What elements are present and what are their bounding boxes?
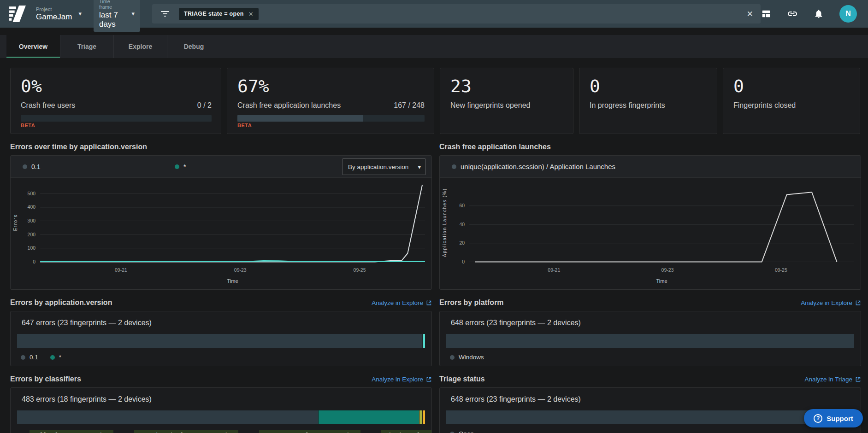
legend-label: unique(application.session) / Applicatio… — [461, 163, 615, 170]
filter-chip-remove-icon[interactable]: ✕ — [248, 11, 254, 18]
svg-text:500: 500 — [28, 191, 36, 196]
svg-text:Errors: Errors — [13, 214, 18, 231]
filter-chip-label: TRIAGE state = open — [184, 11, 244, 17]
chart-legend: unique(application.session) / Applicatio… — [440, 156, 861, 178]
crash-free-launches-chart: 020406009-2109-2309-25TimeApplication La… — [440, 178, 861, 290]
legend-item: Open — [450, 430, 474, 433]
bar-segment[interactable] — [319, 410, 419, 424]
bar-segment[interactable] — [446, 334, 854, 348]
breakdown-summary: 483 errors (18 fingerprints — 2 devices) — [17, 395, 425, 404]
svg-text:60: 60 — [459, 203, 465, 208]
filter-funnel-icon[interactable] — [159, 8, 171, 19]
chart-area: 020406009-2109-2309-25TimeApplication La… — [440, 178, 861, 290]
svg-text:0: 0 — [33, 259, 35, 264]
legend-item: 0.1 — [23, 163, 175, 170]
tab-overview[interactable]: Overview — [6, 35, 60, 58]
analyze-in-explore-link[interactable]: Analyze in Explore — [372, 376, 432, 383]
chevron-down-icon: ▾ — [418, 164, 421, 170]
section-title: Errors by application.version — [10, 298, 112, 307]
stat-cards-row: 0% Crash free users 0 / 2 BETA 67% Crash… — [0, 58, 868, 134]
bar-segment[interactable] — [419, 410, 422, 424]
stat-label: New fingerprints opened — [450, 101, 530, 110]
svg-text:Time: Time — [656, 279, 667, 284]
chart-legend: 0.1 * By application.version ▾ — [11, 156, 431, 178]
main-tabs: Overview Triage Explore Debug — [0, 35, 868, 58]
timeframe-select[interactable]: Time frame last 7 days ▾ — [94, 0, 140, 32]
legend-item: MissingReferenceException — [372, 430, 432, 433]
errors-over-time-chart: 010020030040050009-2109-2309-25TimeError… — [11, 178, 431, 290]
bar-segment[interactable] — [17, 410, 318, 424]
legend-dot-icon — [450, 432, 455, 433]
legend-item: UnassignedReferenceException — [125, 430, 239, 433]
link-label: Analyze in Explore — [372, 299, 423, 306]
group-by-dropdown[interactable]: By application.version ▾ — [342, 158, 426, 175]
crash-free-launches-section: Crash free application launches unique(a… — [439, 134, 861, 290]
stat-detail: 167 / 248 — [394, 101, 425, 110]
legend-label: Open — [459, 430, 474, 433]
errors-by-classifiers-panel: 483 errors (18 fingerprints — 2 devices)… — [10, 387, 432, 433]
stat-value: 23 — [450, 76, 564, 97]
svg-text:09-25: 09-25 — [354, 267, 366, 273]
external-link-icon — [855, 376, 861, 382]
card-crash-free-users: 0% Crash free users 0 / 2 BETA — [10, 68, 221, 134]
legend-item: Windows — [450, 354, 484, 361]
bar-segment[interactable] — [446, 410, 854, 424]
legend-dot-icon — [175, 164, 179, 169]
svg-text:400: 400 — [28, 204, 36, 210]
breakdown-bar — [17, 410, 425, 424]
user-avatar[interactable]: N — [839, 5, 857, 23]
chevron-down-icon: ▾ — [78, 11, 82, 17]
tab-explore[interactable]: Explore — [113, 35, 167, 58]
svg-text:0: 0 — [462, 259, 465, 264]
breakdown-bar — [17, 334, 425, 348]
bar-segment[interactable] — [423, 410, 425, 424]
topbar-actions: N — [761, 5, 857, 23]
charts-row: Errors over time by application.version … — [0, 134, 868, 290]
app-logo-icon[interactable] — [9, 5, 26, 23]
project-select[interactable]: Project GameJam ▾ — [36, 6, 82, 22]
dropdown-value: By application.version — [348, 164, 408, 170]
share-link-icon[interactable] — [787, 8, 798, 19]
stat-detail: 0 / 2 — [197, 101, 212, 110]
breakdown-legend: NullReferenceExceptionUnassignedReferenc… — [17, 430, 425, 433]
top-bar: Project GameJam ▾ Time frame last 7 days… — [0, 0, 868, 28]
analyze-in-explore-link[interactable]: Analyze in Explore — [372, 299, 432, 306]
card-fingerprints-closed: 0 Fingerprints closed — [723, 68, 860, 134]
svg-text:09-23: 09-23 — [661, 267, 674, 273]
legend-label: MissingReferenceException — [381, 430, 432, 433]
tab-debug[interactable]: Debug — [167, 35, 220, 58]
svg-text:09-21: 09-21 — [548, 267, 560, 273]
filter-chip[interactable]: TRIAGE state = open ✕ — [179, 8, 259, 20]
breakdown-summary: 648 errors (23 fingerprints — 2 devices) — [446, 319, 854, 327]
triage-status-panel: 648 errors (23 fingerprints — 2 devices)… — [439, 387, 861, 433]
help-question-icon: ? — [814, 414, 822, 423]
breakdown-row-a: Errors by application.version Analyze in… — [0, 290, 868, 366]
breakdown-bar — [446, 334, 854, 348]
legend-label: UnassignedReferenceException — [134, 430, 239, 433]
legend-item: NullReferenceException — [21, 430, 113, 433]
legend-dot-icon — [21, 355, 25, 360]
beta-badge: BETA — [21, 123, 212, 128]
link-label: Analyze in Triage — [804, 376, 852, 383]
support-button[interactable]: ? Support — [804, 409, 863, 427]
legend-item: 0.1 — [21, 354, 38, 361]
breakdown-summary: 647 errors (23 fingerprints — 2 devices) — [17, 319, 425, 327]
legend-item: * — [50, 354, 61, 361]
errors-by-platform-section: Errors by platform Analyze in Explore 64… — [439, 290, 861, 366]
section-title: Errors over time by application.version — [10, 143, 147, 151]
tab-triage[interactable]: Triage — [60, 35, 113, 58]
legend-dot-icon — [50, 355, 55, 360]
bar-segment[interactable] — [17, 334, 422, 348]
bar-segment[interactable] — [423, 334, 425, 348]
stat-label: Crash free application launches — [237, 101, 341, 110]
dashboard-layout-icon[interactable] — [761, 8, 772, 19]
filter-clear-icon[interactable]: ✕ — [747, 9, 753, 19]
card-new-fingerprints: 23 New fingerprints opened — [440, 68, 573, 134]
filter-bar[interactable]: TRIAGE state = open ✕ ✕ — [152, 4, 761, 23]
analyze-in-explore-link[interactable]: Analyze in Explore — [801, 299, 861, 306]
legend-label: * — [183, 163, 186, 170]
legend-label: Windows — [459, 354, 484, 361]
stat-label: In progress fingerprints — [590, 101, 665, 110]
analyze-in-triage-link[interactable]: Analyze in Triage — [804, 376, 861, 383]
notifications-bell-icon[interactable] — [813, 8, 824, 19]
